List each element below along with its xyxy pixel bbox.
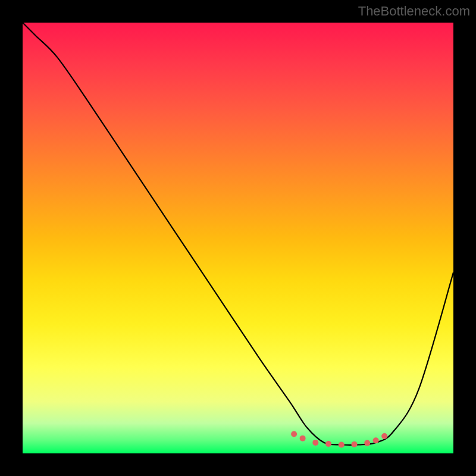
- highlight-dot: [373, 437, 379, 443]
- watermark-text: TheBottleneck.com: [358, 4, 470, 19]
- chart-plot-area: [23, 23, 453, 453]
- highlight-dot: [325, 441, 331, 447]
- highlight-dot: [381, 433, 387, 439]
- highlight-dots-group: [291, 431, 387, 447]
- highlight-dot: [300, 436, 306, 441]
- highlight-dot: [312, 440, 318, 446]
- chart-svg: [23, 23, 453, 453]
- highlight-dot: [339, 442, 345, 448]
- highlight-dot: [291, 431, 297, 437]
- main-curve-line: [23, 23, 453, 445]
- highlight-dot: [364, 440, 370, 446]
- highlight-dot: [351, 441, 357, 447]
